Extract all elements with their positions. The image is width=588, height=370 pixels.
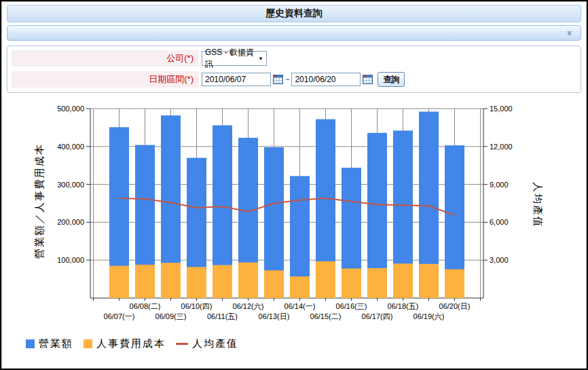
- date-range-field: ~ 查詢: [199, 71, 405, 88]
- bar-personnel-cost-06/15(二): [316, 261, 335, 298]
- bar-personnel-cost-06/12(六): [238, 263, 258, 298]
- company-field: GSS - 叡揚資訊 ▼: [199, 50, 267, 67]
- form-row-company: 公司(*) GSS - 叡揚資訊 ▼: [12, 50, 576, 67]
- page-title: 歷史資料查詢: [265, 7, 323, 20]
- left-axis-title: 營業額／人事費用成本: [33, 143, 46, 259]
- chevron-double-down-icon[interactable]: »: [566, 31, 574, 35]
- company-select-value: GSS - 叡揚資訊: [205, 47, 258, 70]
- bar-personnel-cost-06/17(四): [367, 268, 387, 298]
- date-range-label: 日期區間(*): [12, 71, 199, 88]
- left-tick-label: 300,000: [57, 181, 84, 189]
- legend-swatch-revenue: [26, 339, 35, 348]
- bar-personnel-cost-06/16(三): [342, 268, 361, 298]
- legend-item-per-capita-output: 人均產值: [176, 337, 238, 350]
- legend-label-per-capita-output: 人均產值: [192, 337, 238, 350]
- x-category-label: 06/20(日): [439, 302, 471, 310]
- x-category-label: 06/08(二): [130, 302, 161, 310]
- right-tick-label: 6,000: [490, 218, 509, 226]
- calendar-icon[interactable]: [273, 75, 283, 84]
- x-category-label: 06/11(五): [207, 312, 238, 320]
- bar-personnel-cost-06/08(二): [135, 265, 155, 298]
- bar-personnel-cost-06/20(日): [445, 270, 464, 298]
- legend-label-personnel-cost: 人事費用成本: [96, 337, 166, 350]
- company-label: 公司(*): [12, 50, 199, 67]
- x-category-label: 06/17(四): [362, 312, 393, 320]
- legend-swatch-personnel-cost: [84, 339, 92, 348]
- x-category-label: 06/10(四): [181, 302, 213, 310]
- left-tick-label: 400,000: [57, 143, 84, 151]
- bar-personnel-cost-06/10(四): [187, 267, 206, 298]
- legend-line-swatch-per-capita-output: [176, 343, 188, 345]
- bar-personnel-cost-06/18(五): [393, 263, 413, 298]
- chart-legend: 營業額 人事費用成本 人均產值: [26, 337, 238, 350]
- left-tick-label: 200,000: [57, 218, 84, 226]
- x-category-label: 06/16(三): [336, 302, 367, 310]
- right-tick-label: 15,000: [490, 105, 513, 113]
- legend-item-personnel-cost: 人事費用成本: [84, 337, 166, 350]
- x-category-label: 06/09(三): [155, 312, 187, 320]
- calendar-icon[interactable]: [363, 75, 373, 84]
- bar-personnel-cost-06/14(一): [290, 276, 310, 298]
- dropdown-arrow-icon: ▼: [258, 56, 263, 62]
- bar-personnel-cost-06/09(三): [161, 263, 181, 298]
- x-category-label: 06/19(六): [414, 312, 445, 320]
- end-date-input[interactable]: [291, 73, 361, 86]
- combo-chart: 100,000200,000300,000400,000500,0003,000…: [1, 95, 587, 369]
- query-button[interactable]: 查詢: [378, 72, 405, 87]
- query-form-panel: 公司(*) GSS - 叡揚資訊 ▼ 日期區間(*) ~ 查詢: [7, 45, 581, 93]
- x-category-label: 06/13(日): [259, 312, 290, 320]
- bar-personnel-cost-06/13(日): [264, 270, 284, 298]
- x-category-label: 06/15(二): [310, 312, 342, 320]
- right-axis-title: 人均產值: [531, 182, 544, 228]
- left-tick-label: 100,000: [57, 256, 84, 264]
- right-tick-label: 9,000: [490, 181, 509, 189]
- x-category-label: 06/18(五): [388, 302, 419, 310]
- start-date-input[interactable]: [202, 73, 271, 86]
- form-row-date-range: 日期區間(*) ~ 查詢: [12, 71, 576, 88]
- x-category-label: 06/12(六): [233, 302, 264, 310]
- x-category-label: 06/14(一): [284, 302, 316, 310]
- bar-personnel-cost-06/11(五): [213, 265, 232, 298]
- date-range-separator: ~: [285, 75, 289, 84]
- legend-item-revenue: 營業額: [26, 337, 73, 350]
- x-category-label: 06/07(一): [104, 312, 135, 320]
- left-tick-label: 500,000: [57, 105, 84, 113]
- right-tick-label: 3,000: [490, 256, 509, 264]
- bar-personnel-cost-06/07(一): [109, 266, 129, 298]
- company-select[interactable]: GSS - 叡揚資訊 ▼: [202, 51, 267, 66]
- collapsible-toolbar[interactable]: »: [7, 25, 581, 41]
- bar-personnel-cost-06/19(六): [419, 264, 439, 298]
- right-tick-label: 12,000: [490, 143, 513, 151]
- app-window: 歷史資料查詢 » 公司(*) GSS - 叡揚資訊 ▼ 日期區間(*) ~ 查詢: [0, 0, 588, 370]
- chart-region: 100,000200,000300,000400,000500,0003,000…: [1, 95, 587, 369]
- title-bar: 歷史資料查詢: [7, 5, 581, 22]
- legend-label-revenue: 營業額: [39, 337, 73, 350]
